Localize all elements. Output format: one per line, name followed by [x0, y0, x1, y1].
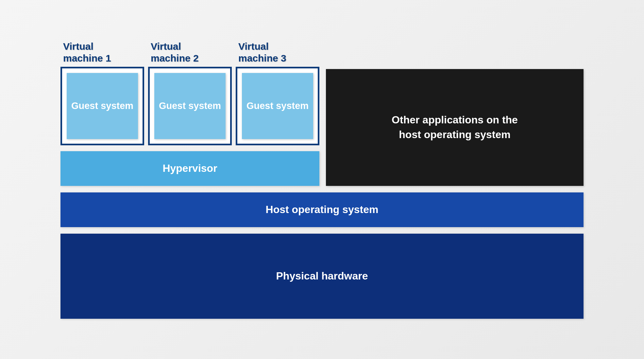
vm-label-1-line2: machine 1 — [63, 53, 111, 63]
vm-label-1: Virtual machine 1 — [60, 41, 144, 64]
vm-label-3-line2: machine 3 — [238, 53, 286, 63]
hypervisor-layer: Hypervisor — [60, 151, 319, 186]
other-apps-line1: Other applications on the — [392, 114, 518, 126]
vm-boxes-row: Guest system Guest system Guest system — [60, 67, 319, 145]
vm-label-1-line1: Virtual — [63, 41, 93, 52]
vm-label-3: Virtual machine 3 — [236, 41, 319, 64]
guest-system-3: Guest system — [242, 73, 313, 139]
virtualization-diagram: Virtual machine 1 Virtual machine 2 Virt… — [60, 41, 584, 319]
top-row: Virtual machine 1 Virtual machine 2 Virt… — [60, 41, 584, 186]
other-applications-layer: Other applications on the host operating… — [326, 69, 584, 186]
vm-label-2-line2: machine 2 — [151, 53, 199, 63]
guest-system-1: Guest system — [67, 73, 138, 139]
guest-system-2: Guest system — [154, 73, 226, 139]
vm-labels-row: Virtual machine 1 Virtual machine 2 Virt… — [60, 41, 319, 64]
vm-label-2: Virtual machine 2 — [148, 41, 232, 64]
vm-label-3-line1: Virtual — [238, 41, 269, 52]
vm-box-1: Guest system — [60, 67, 144, 145]
other-apps-line2: host operating system — [399, 129, 510, 140]
host-os-layer: Host operating system — [60, 192, 584, 227]
vm-box-3: Guest system — [236, 67, 319, 145]
vm-label-2-line1: Virtual — [151, 41, 181, 52]
vm-box-2: Guest system — [148, 67, 232, 145]
vm-section: Virtual machine 1 Virtual machine 2 Virt… — [60, 41, 319, 186]
physical-hardware-layer: Physical hardware — [60, 234, 584, 319]
